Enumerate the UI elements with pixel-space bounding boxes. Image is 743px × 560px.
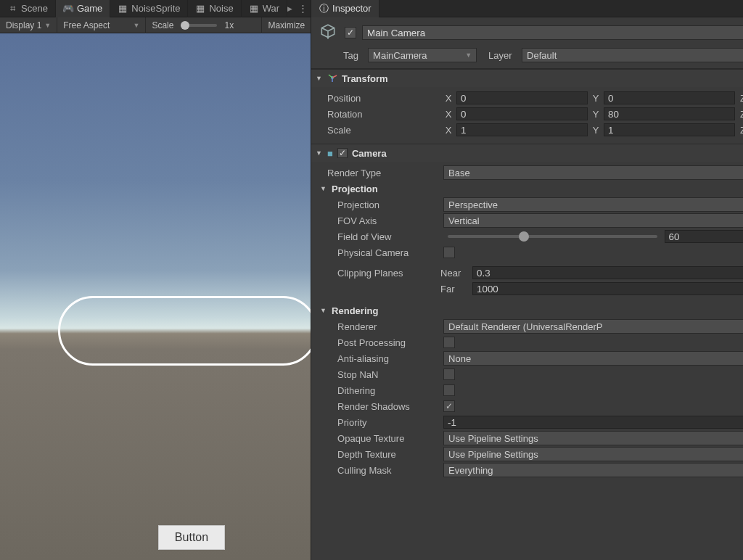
svg-line-2 [329,75,332,78]
scale-y-field[interactable] [604,123,735,136]
far-field[interactable] [472,282,743,295]
chevron-down-icon: ▼ [44,22,51,29]
postprocessing-label: Post Processing [317,337,440,348]
component-header[interactable]: ▼ Transform ? ⇄ ⋮ [311,70,743,87]
chevron-down-icon: ▼ [134,22,140,29]
y-label: Y [591,93,601,104]
ui-button-label: Button [175,531,208,544]
gamepad-icon: 🎮 [63,4,73,14]
stopnan-checkbox[interactable] [443,368,455,380]
rendering-header: Rendering [332,305,378,316]
depth-texture-dropdown[interactable]: Use Pipeline Settings ▼ [443,447,743,461]
render-shadows-checkbox[interactable]: ✓ [443,400,455,412]
depth-texture-label: Depth Texture [317,449,440,460]
render-type-value: Base [448,168,470,178]
aspect-dropdown[interactable]: Free Aspect ▼ [57,17,146,33]
scale-slider[interactable]: Scale 1x [146,17,262,33]
maximize-button[interactable]: Maximize [262,17,311,33]
ui-outline-capsule [58,296,311,366]
fov-axis-label: FOV Axis [317,215,440,226]
tab-scene[interactable]: ⌗ Scene [0,0,56,17]
render-type-dropdown[interactable]: Base ▼ [443,165,743,180]
priority-field[interactable] [443,416,743,429]
layer-label: Layer [488,50,517,61]
tab-label: Game [77,3,102,14]
tag-label: Tag [343,50,364,61]
active-checkbox[interactable]: ✓ [345,27,356,38]
antialiasing-label: Anti-aliasing [317,353,440,364]
foldout-icon[interactable]: ▼ [320,307,327,314]
scale-track[interactable] [181,24,217,27]
culling-mask-label: Culling Mask [317,465,440,476]
ui-button[interactable]: Button [158,525,225,550]
fov-slider[interactable] [448,235,657,238]
gameobject-header: ✓ Static ▼ Tag MainCamera ▼ Layer Defaul… [311,17,743,69]
opaque-texture-dropdown[interactable]: Use Pipeline Settings ▼ [443,431,743,445]
foldout-icon[interactable]: ▼ [320,185,327,192]
display-dropdown[interactable]: Display 1 ▼ [0,17,57,33]
position-y-field[interactable] [604,91,735,104]
gameobject-name-field[interactable] [362,25,743,40]
tab-war[interactable]: ▦ War [242,0,287,17]
tab-menu-icon[interactable]: ⋮ [295,3,311,14]
game-panel: ⌗ Scene 🎮 Game ▦ NoiseSprite ▦ Noise ▦ W… [0,0,311,560]
far-label: Far [440,284,472,295]
gameobject-icon[interactable] [317,22,339,44]
tab-label: Noise [209,3,233,14]
tab-game[interactable]: 🎮 Game [56,0,110,17]
maximize-label: Maximize [268,20,305,30]
dithering-checkbox[interactable] [443,384,455,396]
component-header[interactable]: ▼ ■ ✓ Camera ? ⇄ ⋮ [311,144,743,162]
scale-thumb[interactable] [181,21,189,30]
tab-label: NoiseSprite [131,3,180,14]
z-label: Z [738,93,743,104]
inspector-panel: ⓘ Inspector 🔓 ⋮ ✓ Static ▼ Tag Main [311,0,743,560]
game-toolbar: Display 1 ▼ Free Aspect ▼ Scale 1x Maxim… [0,17,311,33]
slider-thumb[interactable] [519,231,529,242]
game-tab-bar: ⌗ Scene 🎮 Game ▦ NoiseSprite ▦ Noise ▦ W… [0,0,311,17]
culling-mask-dropdown[interactable]: Everything ▼ [443,463,743,477]
scale-x-field[interactable] [456,123,588,136]
fov-field[interactable] [665,230,743,243]
tab-label: Scene [21,3,48,14]
rotation-label: Rotation [317,109,440,120]
x-label: X [443,93,453,104]
foldout-icon[interactable]: ▼ [316,149,323,157]
renderer-dropdown[interactable]: Default Renderer (UniversalRenderP ▼ [443,319,743,334]
projection-label: Projection [317,199,440,210]
camera-icon: ■ [327,148,333,159]
component-title: Transform [342,73,388,84]
position-x-field[interactable] [456,91,588,104]
tab-label: Inspector [332,3,371,14]
render-shadows-label: Render Shadows [317,401,440,412]
shader-icon: ▦ [249,4,259,14]
position-label: Position [317,93,440,104]
tab-noise[interactable]: ▦ Noise [188,0,241,17]
fov-axis-dropdown[interactable]: Vertical ▼ [443,213,743,228]
component-title: Camera [352,148,387,159]
enabled-checkbox[interactable]: ✓ [337,148,348,158]
dithering-label: Dithering [317,385,440,396]
rotation-y-field[interactable] [604,107,735,120]
tab-noisesprite[interactable]: ▦ NoiseSprite [110,0,188,17]
rotation-x-field[interactable] [456,107,588,120]
projection-dropdown[interactable]: Perspective ▼ [443,197,743,212]
tab-inspector[interactable]: ⓘ Inspector [311,0,379,17]
scale-label: Scale [152,20,173,30]
render-type-label: Render Type [317,168,440,178]
clipping-planes-label: Clipping Planes [317,268,440,279]
physical-camera-checkbox[interactable] [443,247,455,258]
antialiasing-dropdown[interactable]: None ▼ [443,351,743,366]
game-viewport[interactable]: Button [0,33,311,560]
near-field[interactable] [472,266,743,279]
postprocessing-checkbox[interactable] [443,337,455,348]
scene-icon: ⌗ [7,4,17,14]
info-icon: ⓘ [319,4,329,14]
layer-dropdown[interactable]: Default ▼ [522,48,743,62]
tab-overflow-icon[interactable]: ▶ [287,5,292,12]
projection-header: Projection [332,184,378,194]
foldout-icon[interactable]: ▼ [316,75,323,82]
shader-icon: ▦ [118,4,128,14]
tag-dropdown[interactable]: MainCamera ▼ [368,48,477,62]
scale-value: 1x [224,20,234,30]
